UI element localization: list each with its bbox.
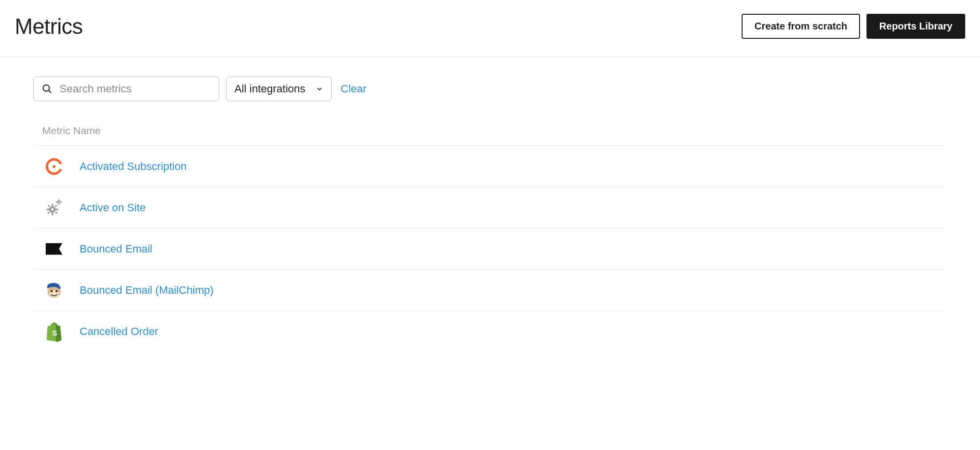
- mailchimp-icon: [42, 281, 66, 300]
- svg-rect-16: [60, 201, 62, 202]
- page-title: Metrics: [15, 14, 83, 39]
- table-row: Bounced Email: [33, 228, 947, 269]
- svg-rect-7: [48, 204, 50, 207]
- search-input[interactable]: [59, 83, 211, 95]
- svg-rect-9: [55, 204, 57, 207]
- integrations-filter-select[interactable]: All integrations: [226, 77, 332, 101]
- metric-link-bounced-email-mailchimp[interactable]: Bounced Email (MailChimp): [80, 284, 214, 297]
- page-header: Metrics Create from scratch Reports Libr…: [0, 0, 980, 57]
- reports-library-button[interactable]: Reports Library: [866, 14, 965, 39]
- table-row: Active on Site: [33, 187, 947, 228]
- chevron-down-icon: [316, 85, 323, 93]
- svg-point-17: [58, 201, 59, 202]
- shopify-icon: S: [42, 321, 66, 342]
- search-field-wrapper[interactable]: [33, 77, 219, 101]
- svg-rect-4: [52, 213, 53, 215]
- svg-rect-13: [58, 198, 59, 200]
- metrics-table: Metric Name Activated Subscription: [33, 125, 947, 352]
- metric-link-bounced-email[interactable]: Bounced Email: [80, 243, 152, 255]
- svg-rect-8: [55, 211, 58, 214]
- table-row: Activated Subscription: [33, 145, 947, 187]
- svg-rect-6: [56, 208, 58, 210]
- header-button-group: Create from scratch Reports Library: [742, 14, 965, 39]
- search-icon: [42, 84, 53, 94]
- svg-rect-15: [56, 201, 57, 202]
- svg-rect-10: [47, 211, 50, 214]
- svg-point-0: [43, 85, 50, 91]
- flag-icon: [42, 243, 66, 255]
- metric-link-cancelled-order[interactable]: Cancelled Order: [80, 325, 158, 338]
- svg-point-11: [51, 208, 54, 210]
- metric-link-activated-subscription[interactable]: Activated Subscription: [80, 160, 187, 173]
- integrations-filter-label: All integrations: [234, 83, 305, 95]
- filter-bar: All integrations Clear: [33, 77, 947, 101]
- table-row: Bounced Email (MailChimp): [33, 269, 947, 310]
- svg-rect-5: [47, 208, 49, 210]
- table-row: S Cancelled Order: [33, 310, 947, 352]
- column-header-metric-name: Metric Name: [33, 125, 947, 145]
- content-area: All integrations Clear Metric Name Activ…: [0, 57, 980, 352]
- svg-point-20: [51, 290, 53, 292]
- svg-rect-14: [58, 203, 59, 205]
- clear-filters-link[interactable]: Clear: [341, 83, 367, 95]
- chargify-icon: [42, 158, 66, 175]
- gears-icon: [42, 198, 66, 218]
- create-from-scratch-button[interactable]: Create from scratch: [742, 14, 860, 39]
- svg-text:S: S: [52, 328, 57, 337]
- svg-line-1: [49, 90, 52, 93]
- metric-link-active-on-site[interactable]: Active on Site: [80, 201, 146, 214]
- svg-point-21: [56, 290, 58, 292]
- svg-rect-3: [52, 203, 53, 206]
